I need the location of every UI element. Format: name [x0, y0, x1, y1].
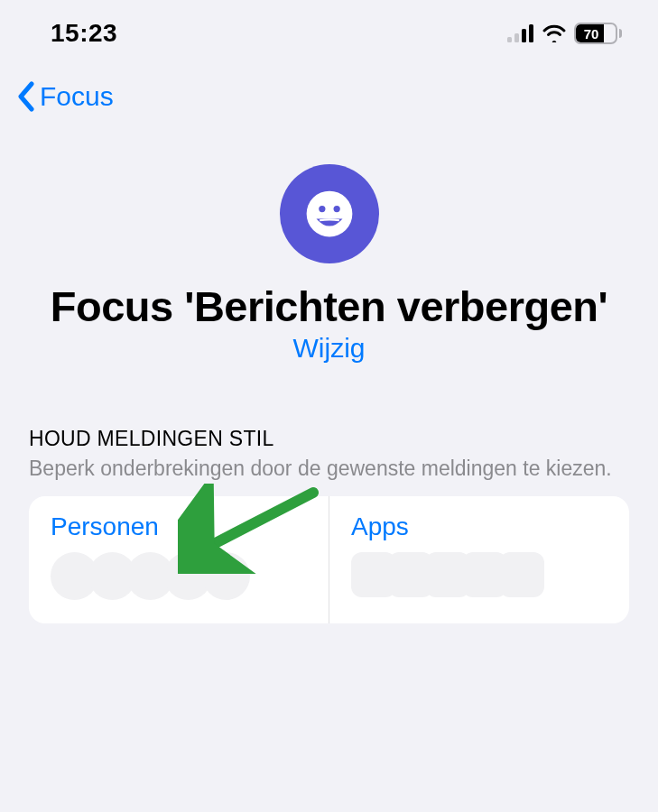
wifi-icon [542, 24, 567, 42]
notifications-section: HOUD MELDINGEN STIL Beperk onderbrekinge… [0, 373, 658, 623]
svg-rect-0 [507, 37, 512, 42]
svg-rect-3 [529, 24, 533, 42]
apps-card[interactable]: Apps [329, 496, 629, 623]
status-bar: 15:23 70 [0, 0, 658, 54]
app-placeholder [499, 552, 544, 597]
status-time: 15:23 [51, 19, 117, 48]
apps-card-title: Apps [351, 512, 607, 541]
people-avatars [51, 552, 307, 600]
svg-point-6 [333, 206, 339, 212]
notification-cards: Personen Apps [29, 496, 629, 623]
app-tiles [351, 552, 607, 597]
status-right: 70 [507, 23, 622, 44]
people-card-title: Personen [51, 512, 307, 541]
svg-rect-2 [522, 29, 526, 42]
edit-button[interactable]: Wijzig [293, 333, 366, 364]
focus-smiley-icon [280, 164, 379, 263]
section-subtext: Beperk onderbrekingen door de gewenste m… [29, 455, 629, 482]
section-heading: HOUD MELDINGEN STIL [29, 427, 629, 451]
back-button[interactable]: Focus [16, 81, 114, 112]
nav-bar: Focus [0, 54, 658, 123]
battery-text: 70 [576, 24, 616, 42]
chevron-left-icon [16, 81, 36, 112]
battery-indicator: 70 [574, 23, 622, 44]
svg-rect-1 [514, 33, 519, 42]
people-card[interactable]: Personen [29, 496, 329, 623]
back-label: Focus [40, 81, 114, 112]
cellular-icon [507, 24, 534, 42]
avatar-placeholder [202, 552, 250, 600]
page-title: Focus 'Berichten verbergen' [36, 283, 622, 331]
svg-point-4 [306, 191, 352, 237]
focus-header: Focus 'Berichten verbergen' Wijzig [0, 123, 658, 373]
svg-point-5 [319, 206, 325, 212]
